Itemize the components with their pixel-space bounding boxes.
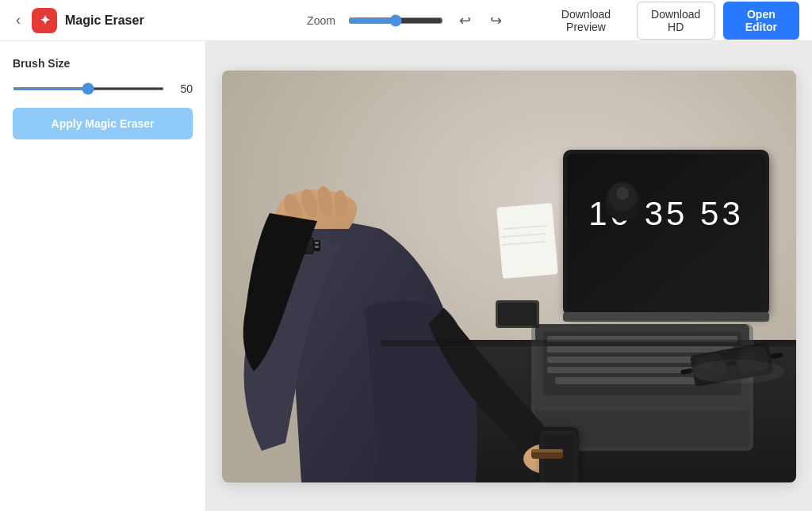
undo-icon: ↩ (459, 12, 471, 29)
apply-magic-eraser-button[interactable]: Apply Magic Eraser (13, 108, 193, 139)
zoom-label: Zoom (307, 14, 335, 27)
sidebar: Brush Size 50 Apply Magic Eraser (0, 41, 206, 511)
logo-icon: ✦ (40, 13, 50, 28)
topbar-left: ‹ ✦ Magic Eraser (13, 8, 269, 33)
svg-rect-34 (531, 449, 563, 452)
canvas-area[interactable]: 16 35 53 (206, 41, 812, 511)
svg-point-41 (616, 187, 629, 200)
redo-icon: ↪ (490, 12, 502, 29)
scene-image: 16 35 53 (222, 71, 796, 482)
image-container: 16 35 53 (222, 71, 796, 482)
back-button[interactable]: ‹ (13, 9, 24, 32)
svg-rect-51 (498, 303, 537, 326)
zoom-slider[interactable] (348, 14, 443, 27)
back-icon: ‹ (16, 12, 21, 29)
download-hd-button[interactable]: Download HD (637, 2, 715, 40)
open-editor-button[interactable]: Open Editor (723, 2, 799, 40)
undo-button[interactable]: ↩ (456, 9, 474, 32)
topbar: ‹ ✦ Magic Eraser Zoom ↩ ↪ Download Previ… (0, 0, 812, 41)
app-title: Magic Eraser (65, 13, 144, 28)
brush-size-value: 50 (174, 82, 193, 95)
app-logo: ✦ (32, 8, 57, 33)
svg-rect-12 (547, 346, 733, 353)
svg-rect-15 (555, 377, 698, 384)
svg-rect-35 (496, 203, 558, 279)
topbar-center: Zoom ↩ ↪ (278, 9, 534, 32)
brush-size-slider[interactable] (13, 87, 164, 90)
svg-point-52 (690, 360, 785, 383)
brush-size-label: Brush Size (13, 57, 193, 70)
main-content: Brush Size 50 Apply Magic Eraser (0, 41, 812, 511)
svg-rect-31 (315, 242, 319, 244)
redo-button[interactable]: ↪ (487, 9, 505, 32)
topbar-right: Download Preview Download HD Open Editor (543, 2, 799, 40)
svg-rect-53 (381, 340, 796, 346)
svg-rect-32 (315, 246, 319, 248)
brush-slider-row: 50 (13, 82, 193, 95)
svg-rect-8 (563, 312, 769, 322)
svg-rect-6 (567, 154, 765, 312)
download-preview-button[interactable]: Download Preview (543, 3, 628, 38)
